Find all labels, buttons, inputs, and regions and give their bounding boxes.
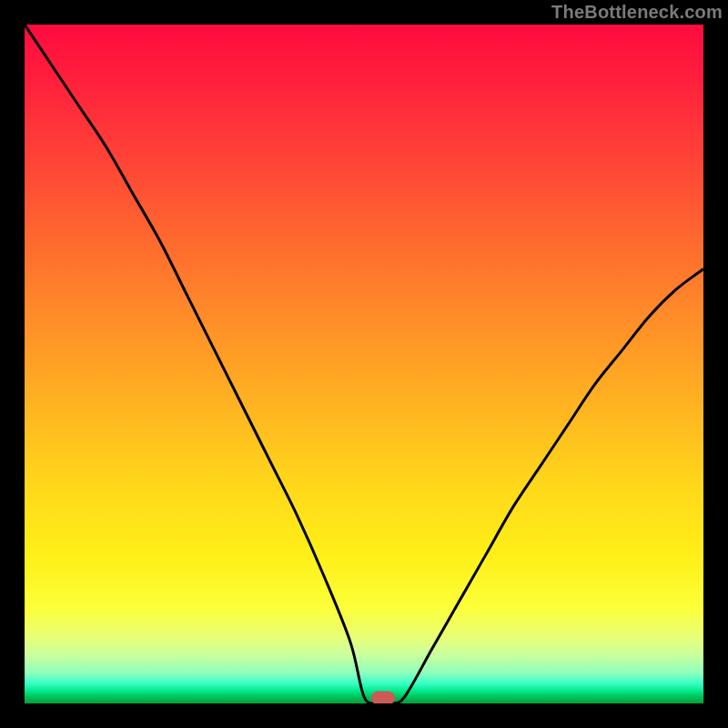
bottleneck-curve [25, 25, 703, 703]
minimum-marker [371, 692, 395, 703]
chart-frame: TheBottleneck.com [0, 0, 728, 728]
plot-area [25, 25, 703, 703]
curve-path [25, 25, 703, 703]
attribution-text: TheBottleneck.com [551, 2, 723, 23]
